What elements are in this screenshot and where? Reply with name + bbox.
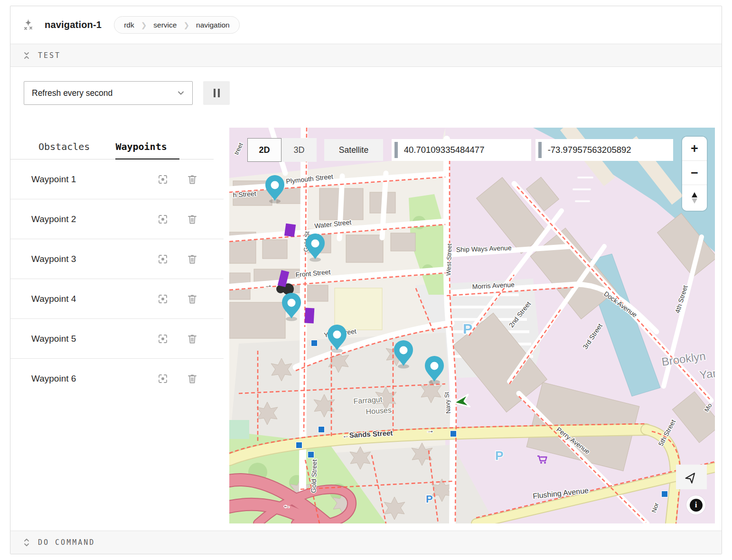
waypoint-list: Waypoint 1 Waypoint 2 Waypoint 3 bbox=[10, 159, 229, 399]
map-image[interactable]: treeth StreetPlymouth StreetWater Street… bbox=[229, 128, 715, 523]
panel-tabs: Obstacles Waypoints bbox=[10, 139, 214, 159]
pause-icon bbox=[214, 89, 216, 97]
navigation-service-card: navigation-1 rdk ❯ service ❯ navigation … bbox=[10, 6, 722, 554]
focus-waypoint-button[interactable] bbox=[157, 373, 169, 384]
waypoint-row: Waypoint 1 bbox=[10, 159, 224, 199]
do-command-toggle[interactable]: DO COMMAND bbox=[10, 531, 722, 554]
waypoint-name: Waypoint 2 bbox=[31, 214, 157, 224]
waypoint-row: Waypoint 5 bbox=[10, 319, 224, 359]
focus-waypoint-button[interactable] bbox=[157, 253, 169, 265]
map-3d-button[interactable]: 3D bbox=[282, 138, 317, 162]
breadcrumb-item-service[interactable]: service bbox=[153, 21, 177, 29]
zoom-in-button[interactable]: + bbox=[682, 137, 707, 161]
waypoint-name: Waypoint 1 bbox=[31, 174, 157, 185]
delete-waypoint-button[interactable] bbox=[187, 373, 198, 384]
tab-obstacles[interactable]: Obstacles bbox=[38, 139, 102, 159]
test-section-toggle[interactable]: TEST bbox=[10, 44, 722, 67]
map-dimension-toggle: 2D 3D bbox=[247, 138, 317, 162]
focus-waypoint-button[interactable] bbox=[157, 333, 169, 345]
main-content: Obstacles Waypoints Waypoint 1 Waypoint … bbox=[10, 128, 722, 523]
breadcrumb-item-rdk[interactable]: rdk bbox=[124, 21, 134, 29]
svg-text:→: → bbox=[263, 280, 272, 290]
delete-waypoint-button[interactable] bbox=[187, 214, 198, 225]
compass-button[interactable] bbox=[682, 185, 707, 211]
waypoint-name: Waypoint 5 bbox=[31, 334, 157, 344]
delete-waypoint-button[interactable] bbox=[187, 333, 198, 345]
waypoint-name: Waypoint 3 bbox=[31, 254, 157, 264]
focus-waypoint-button[interactable] bbox=[157, 293, 169, 305]
svg-text:←: ← bbox=[282, 500, 291, 511]
svg-text:Gold Street: Gold Street bbox=[310, 459, 318, 493]
drag-handle[interactable] bbox=[538, 142, 542, 158]
map-zoom-control: + − bbox=[682, 137, 707, 211]
refresh-rate-value: Refresh every second bbox=[32, 88, 113, 98]
drag-handle[interactable] bbox=[394, 142, 398, 158]
delete-waypoint-button[interactable] bbox=[187, 253, 198, 265]
do-command-label: DO COMMAND bbox=[38, 538, 95, 547]
svg-text:West Street: West Street bbox=[445, 243, 453, 276]
longitude-field bbox=[535, 139, 673, 161]
compass-needle-icon bbox=[690, 192, 699, 204]
chevron-right-icon: ❯ bbox=[141, 21, 147, 29]
zoom-out-button[interactable]: − bbox=[682, 161, 707, 185]
waypoint-row: Waypoint 6 bbox=[10, 359, 224, 399]
delete-waypoint-button[interactable] bbox=[187, 174, 198, 185]
map-attribution-button[interactable]: i bbox=[686, 495, 705, 514]
waypoint-name: Waypoint 4 bbox=[31, 294, 157, 304]
waypoint-row: Waypoint 4 bbox=[10, 279, 224, 319]
svg-text:→: → bbox=[426, 426, 434, 435]
card-header: navigation-1 rdk ❯ service ❯ navigation bbox=[10, 6, 722, 44]
delete-waypoint-button[interactable] bbox=[187, 293, 198, 305]
waypoint-name: Waypoint 6 bbox=[31, 373, 157, 384]
expand-icon bbox=[23, 537, 30, 548]
chevron-right-icon: ❯ bbox=[183, 21, 189, 29]
collapse-icon bbox=[23, 50, 30, 61]
tab-waypoints[interactable]: Waypoints bbox=[115, 139, 179, 159]
waypoint-row: Waypoint 3 bbox=[10, 239, 224, 279]
map-2d-button[interactable]: 2D bbox=[247, 138, 282, 162]
service-sparkle-icon bbox=[22, 18, 36, 32]
waypoint-row: Waypoint 2 bbox=[10, 199, 224, 239]
test-section-label: TEST bbox=[38, 51, 61, 60]
pause-button[interactable] bbox=[203, 81, 230, 105]
breadcrumb: rdk ❯ service ❯ navigation bbox=[114, 16, 239, 34]
svg-text:P: P bbox=[495, 448, 503, 463]
focus-waypoint-button[interactable] bbox=[157, 174, 169, 185]
refresh-rate-select[interactable]: Refresh every second bbox=[24, 81, 193, 105]
refresh-controls: Refresh every second bbox=[10, 67, 722, 128]
info-icon: i bbox=[690, 499, 703, 512]
longitude-input[interactable] bbox=[542, 145, 673, 155]
svg-text:P: P bbox=[463, 321, 472, 336]
latitude-input[interactable] bbox=[398, 145, 531, 155]
map-canvas[interactable]: treeth StreetPlymouth StreetWater Street… bbox=[229, 128, 715, 523]
chevron-down-icon bbox=[177, 89, 185, 97]
page-title: navigation-1 bbox=[45, 19, 102, 30]
waypoints-panel: Obstacles Waypoints Waypoint 1 Waypoint … bbox=[10, 128, 229, 523]
latitude-field bbox=[392, 139, 531, 161]
focus-waypoint-button[interactable] bbox=[157, 214, 169, 225]
navigation-arrow-icon bbox=[683, 468, 700, 485]
satellite-toggle-button[interactable]: Satellite bbox=[324, 139, 383, 161]
breadcrumb-item-navigation[interactable]: navigation bbox=[196, 21, 230, 29]
geolocate-button[interactable] bbox=[676, 465, 707, 489]
svg-text:P: P bbox=[426, 493, 433, 505]
svg-text:h Street: h Street bbox=[233, 190, 256, 199]
